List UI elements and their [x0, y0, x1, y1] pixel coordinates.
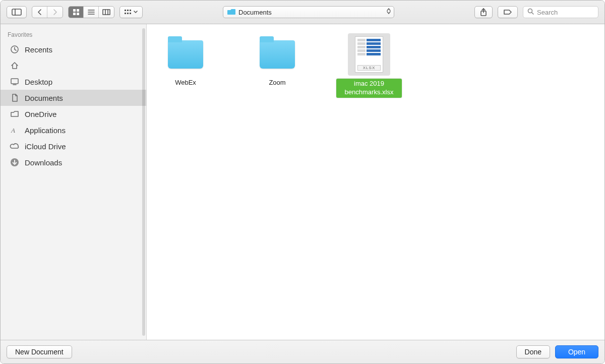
sidebar-item-applications[interactable]: A Applications [1, 122, 146, 138]
spreadsheet-icon [355, 36, 383, 73]
sidebar-item-label: Recents [25, 45, 52, 54]
content-area: Favorites Recents Desktop Documents [1, 24, 604, 340]
file-item-spreadsheet[interactable]: imac 2019 benchmarks.xlsx [336, 33, 402, 98]
group-by-button[interactable] [119, 6, 143, 18]
done-button[interactable]: Done [516, 345, 550, 358]
download-icon [10, 157, 20, 167]
file-label: WebEx [175, 79, 196, 87]
svg-rect-12 [125, 10, 126, 11]
sidebar-section-header: Favorites [1, 28, 146, 41]
svg-rect-23 [11, 79, 18, 84]
file-grid[interactable]: WebEx Zoom imac 2019 benchmarks.xlsx [147, 24, 604, 340]
sidebar: Favorites Recents Desktop Documents [1, 24, 147, 340]
file-item-folder[interactable]: Zoom [245, 33, 310, 87]
folder-icon [260, 40, 295, 69]
sidebar-item-label: Downloads [25, 158, 62, 167]
sidebar-item-label: OneDrive [25, 110, 56, 118]
sidebar-item-icloud[interactable]: iCloud Drive [1, 138, 146, 154]
forward-button[interactable] [47, 7, 63, 18]
toolbar: Documents Search [1, 1, 604, 24]
new-document-button[interactable]: New Document [7, 345, 72, 358]
svg-rect-2 [73, 9, 76, 12]
view-column-button[interactable] [99, 7, 114, 18]
search-placeholder: Search [537, 9, 558, 16]
svg-rect-15 [125, 13, 126, 14]
svg-rect-9 [103, 10, 110, 15]
file-label: Zoom [269, 79, 285, 87]
document-icon [10, 93, 20, 103]
tags-button[interactable] [498, 6, 518, 18]
sidebar-item-home[interactable] [1, 57, 146, 74]
file-label: imac 2019 benchmarks.xlsx [336, 79, 402, 98]
search-field[interactable]: Search [523, 6, 598, 18]
svg-rect-0 [12, 9, 21, 15]
svg-rect-4 [73, 13, 76, 15]
svg-rect-5 [77, 13, 79, 15]
svg-rect-16 [127, 13, 129, 14]
svg-point-20 [528, 9, 532, 13]
sidebar-item-desktop[interactable]: Desktop [1, 74, 146, 90]
location-label: Documents [238, 9, 272, 16]
svg-text:A: A [11, 127, 15, 134]
location-popup[interactable]: Documents [223, 6, 394, 18]
sidebar-item-label: Documents [25, 94, 63, 102]
share-button[interactable] [474, 6, 493, 18]
view-list-button[interactable] [84, 7, 99, 18]
view-icon-button[interactable] [69, 7, 84, 18]
desktop-icon [10, 77, 20, 87]
sidebar-item-label: iCloud Drive [25, 142, 66, 151]
clock-icon [10, 44, 20, 54]
folder-icon [227, 8, 235, 17]
svg-rect-14 [130, 10, 131, 11]
nav-back-forward [32, 6, 63, 18]
footer: New Document Done Open [1, 340, 604, 363]
back-button[interactable] [32, 7, 47, 18]
svg-line-21 [532, 13, 533, 14]
sidebar-item-label: Desktop [25, 78, 52, 86]
folder-icon [10, 109, 20, 119]
stepper-icon [387, 8, 391, 14]
sidebar-item-recents[interactable]: Recents [1, 41, 146, 57]
sidebar-toggle-button[interactable] [7, 6, 27, 18]
svg-rect-13 [127, 10, 129, 11]
file-item-folder[interactable]: WebEx [153, 33, 218, 87]
sidebar-item-documents[interactable]: Documents [1, 90, 146, 106]
sidebar-item-onedrive[interactable]: OneDrive [1, 106, 146, 122]
svg-rect-3 [77, 9, 79, 12]
sidebar-item-label: Applications [25, 126, 66, 135]
home-icon [10, 60, 20, 71]
view-mode-segment [68, 6, 114, 18]
search-icon [527, 8, 534, 16]
folder-icon [168, 40, 203, 69]
open-button[interactable]: Open [555, 345, 598, 358]
sidebar-item-downloads[interactable]: Downloads [1, 154, 146, 170]
applications-icon: A [10, 125, 20, 135]
svg-rect-17 [130, 13, 131, 14]
cloud-icon [10, 141, 20, 151]
